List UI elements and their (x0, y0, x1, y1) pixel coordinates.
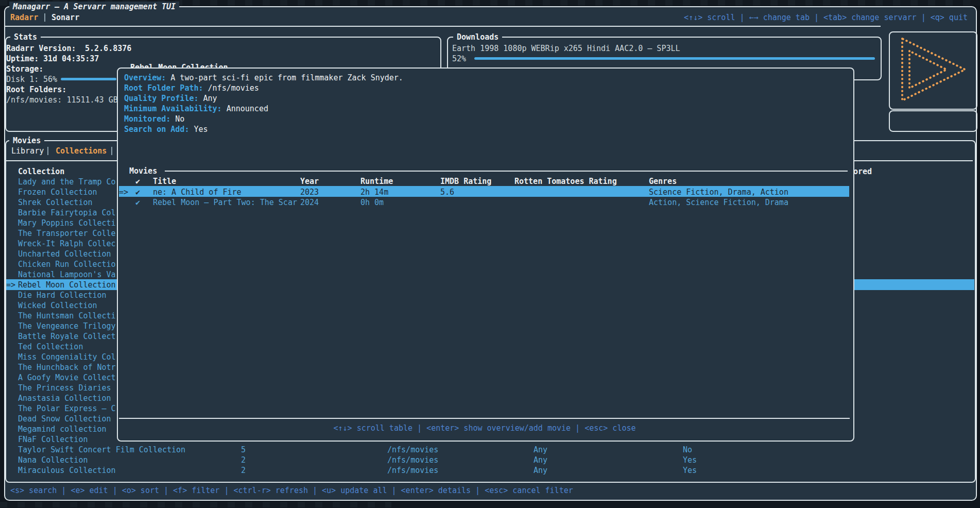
collection-item[interactable]: The Hunchback of Notr (18, 362, 116, 372)
collection-item[interactable]: Rebel Moon Collection (18, 280, 116, 290)
logo-panel (889, 31, 977, 110)
collection-item[interactable]: Lady and the Tramp Co (18, 177, 116, 187)
movie-cell-genres: Action, Science Fiction, Drama (649, 197, 788, 208)
movies-table-header-cell: IMDB Rating (440, 176, 491, 187)
modal-field-label: Root Folder Path: (124, 83, 208, 93)
movie-cell-year: 2023 (300, 187, 319, 197)
collection-item[interactable]: Die Hard Collection (18, 290, 107, 300)
collections-column-header: Collection (18, 166, 64, 177)
collection-item[interactable]: National Lampoon's Va (18, 269, 116, 280)
side-empty-panel (889, 110, 977, 132)
download-item-name: Earth 1998 1080p WEBRip x265 Hindi AAC2.… (452, 43, 680, 54)
movie-cell-imdb: 5.6 (440, 187, 454, 197)
collection-cell-movies: 2 (241, 465, 246, 476)
uptime-label: Uptime: (6, 54, 39, 64)
download-progress-bar (474, 57, 875, 60)
tab-collections[interactable]: Collections (56, 146, 107, 156)
monitored-column-header-truncated: ored (853, 166, 872, 177)
collection-item[interactable]: Anastasia Collection (18, 393, 111, 403)
movies-tab-divider-2 (111, 147, 112, 155)
collection-cell-profile: Any (534, 455, 547, 465)
download-percent: 52% (452, 54, 466, 64)
modal-field-value: A two-part sci-fi epic from filmmaker Za… (170, 73, 403, 82)
movies-table-header-cell: ✔ (135, 176, 140, 187)
storage-label: Storage: (6, 64, 43, 74)
collection-item[interactable]: Shrek Collection (18, 197, 93, 208)
movies-table-header-cell: Title (153, 176, 176, 187)
collection-item[interactable]: Dead Snow Collection (18, 414, 111, 424)
uptime-value: 31d 04:35:37 (43, 54, 99, 64)
modal-field: Quality Profile: Any (124, 93, 217, 104)
collection-item[interactable]: Wicked Collection (18, 300, 97, 311)
collection-item[interactable]: Chicken Run Collectio (18, 259, 116, 269)
collection-item[interactable]: The Huntsman Collecti (18, 311, 116, 321)
selected-row-overflow-highlight (853, 279, 974, 290)
movie-cell-genres: Science Fiction, Drama, Action (649, 187, 788, 197)
movies-table-header-cell: Genres (649, 176, 677, 187)
movies-panel-title: Movies (9, 136, 44, 146)
movie-cell-title: ne: A Child of Fire (153, 187, 242, 197)
tab-radarr[interactable]: Radarr (10, 12, 38, 23)
collection-cell-name: Miraculous Collection (18, 465, 116, 476)
collection-item[interactable]: The Vengeance Trilogy (18, 321, 116, 331)
movie-cell-check: ✔ (135, 187, 140, 197)
collection-cell-monitored: No (683, 445, 692, 455)
collection-item[interactable]: The Princess Diaries (18, 383, 111, 393)
collection-cell-monitored: Yes (683, 455, 697, 465)
movie-cell-runtime: 0h 0m (360, 197, 384, 208)
bottom-edge-strip (0, 502, 391, 507)
modal-field-value: Yes (194, 125, 208, 134)
collection-item[interactable]: Uncharted Collection (18, 249, 111, 259)
collection-cell-path: /nfs/movies (387, 455, 438, 465)
downloads-title: Downloads (453, 32, 502, 42)
root-folder-value: /nfs/movies: 11511.43 GB (6, 95, 118, 105)
modal-movies-section-line (165, 171, 848, 172)
collection-item[interactable]: Mary Poppins Collecti (18, 218, 116, 228)
play-logo-icon (897, 36, 969, 106)
movies-tab-divider-1 (47, 147, 48, 155)
movie-cell-indicator: => (119, 187, 128, 197)
modal-field: Monitored: No (124, 114, 184, 124)
collection-cell-name: Nana Collection (18, 455, 88, 465)
top-help-text: <↑↓> scroll | ←→ change tab | <tab> chan… (684, 12, 968, 23)
movie-cell-title: Rebel Moon – Part Two: The Scar (153, 197, 297, 208)
collection-item[interactable]: FNaF Collection (18, 434, 88, 445)
collection-cell-path: /nfs/movies (387, 465, 438, 476)
collection-item[interactable]: Ted Collection (18, 342, 83, 352)
collection-item[interactable]: The Transporter Colle (18, 228, 116, 239)
collection-item[interactable]: The Polar Express – C (18, 403, 116, 414)
tab-library[interactable]: Library (11, 146, 44, 156)
modal-field-value: Any (203, 94, 217, 103)
modal-field-value: /nfs/movies (208, 83, 259, 93)
modal-field: Root Folder Path: /nfs/movies (124, 83, 259, 93)
modal-field: Search on Add: Yes (124, 124, 208, 134)
collection-cell-movies: 2 (241, 455, 246, 465)
collection-item[interactable]: Wreck-It Ralph Collec (18, 239, 116, 249)
collection-item[interactable]: Barbie Fairytopia Col (18, 208, 116, 218)
modal-field-label: Quality Profile: (124, 94, 203, 103)
collection-item[interactable]: Miss Congeniality Col (18, 352, 116, 362)
modal-field-label: Monitored: (124, 114, 175, 124)
collection-item[interactable]: A Goofy Movie Collect (18, 372, 116, 383)
tab-divider (44, 13, 45, 22)
modal-field: Minimum Availability: Announced (124, 104, 268, 114)
movie-cell-check: ✔ (135, 197, 140, 208)
disk-usage-bar (61, 78, 116, 80)
modal-field-value: Announced (227, 104, 268, 113)
modal-field-label: Minimum Availability: (124, 104, 227, 113)
movies-table-header-cell: Runtime (360, 176, 393, 187)
modal-field-label: Search on Add: (124, 125, 194, 134)
collection-cell-profile: Any (534, 445, 547, 455)
selection-arrow: => (6, 280, 15, 290)
collection-cell-monitored: Yes (683, 465, 697, 476)
collection-item[interactable]: Battle Royale Collect (18, 331, 116, 342)
collection-item[interactable]: Megamind collection (18, 424, 107, 434)
movie-cell-runtime: 2h 14m (360, 187, 388, 197)
modal-movies-section-title: Movies (126, 166, 161, 176)
modal-help-divider (119, 418, 850, 419)
collection-item[interactable]: Frozen Collection (18, 187, 97, 197)
collection-cell-path: /nfs/movies (387, 445, 438, 455)
tab-sonarr[interactable]: Sonarr (51, 12, 79, 23)
app-title: Managarr – A Servarr management TUI (9, 2, 179, 12)
modal-field-value: No (175, 114, 184, 124)
